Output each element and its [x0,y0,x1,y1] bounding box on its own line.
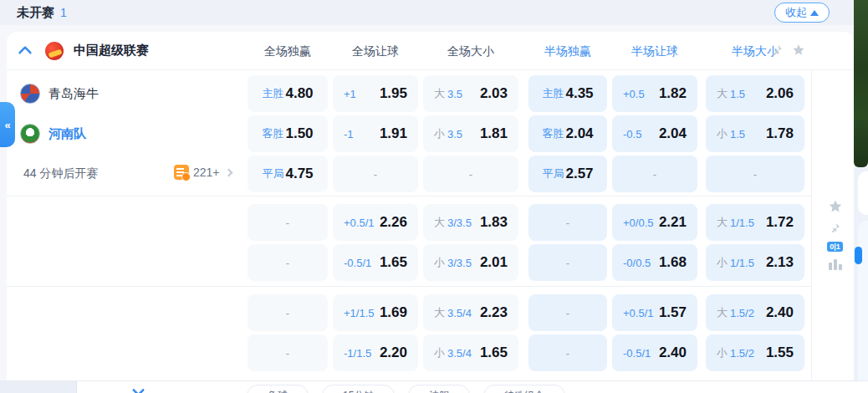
sidebar-collapse-tab[interactable]: « [0,102,15,147]
stats-chart-icon[interactable] [829,259,842,270]
league-name: 中国超级联赛 [74,43,149,59]
home-team-logo [20,84,40,104]
pin-icon[interactable] [770,43,784,57]
odds-cell-r3c1[interactable]: +0.5/12.26 [333,204,418,241]
odds-cell-r0c5[interactable]: 大1.52.06 [706,75,804,112]
odds-cell-r6c1[interactable]: -1/1.52.20 [333,334,418,371]
odds-cell-r0c2[interactable]: 大3.52.03 [423,75,518,112]
odds-cell-r1c0[interactable]: 客胜1.50 [248,115,328,152]
alt-odds-row: --0.5/11.65小3/3.52.01--0/0.51.68小1/1.52.… [7,242,811,283]
away-team-name[interactable]: 河南队 [49,126,86,142]
odds-cell-r4c4[interactable]: -0/0.51.68 [612,244,697,281]
odds-cell-r6c5[interactable]: 小1.5/21.55 [706,334,804,371]
odds-cell-r6c4[interactable]: -0.5/12.40 [612,334,697,371]
odds-cell-r1c1[interactable]: -11.91 [333,115,418,152]
away-team-logo [20,124,40,144]
column-header-0: 全场独赢 [248,44,328,59]
odds-cell-r0c4[interactable]: +0.51.82 [612,75,697,112]
column-header-3: 半场独赢 [528,44,607,59]
pitch-photo-edge [854,0,868,167]
odds-cell-r6c0: - [248,334,328,371]
odds-cell-r3c3: - [528,204,607,241]
status-filter-bar: 未开赛 1 [0,0,854,25]
odds-cell-r2c3[interactable]: 平局2.57 [528,156,607,192]
right-panel-edge [858,171,868,215]
bottom-left-panel [0,381,77,393]
market-tab-1[interactable]: 15分钟 [322,385,395,393]
chevron-down-icon[interactable] [134,385,146,393]
odds-cell-r5c1[interactable]: +1/1.51.69 [333,294,418,331]
odds-cell-r5c4[interactable]: +0.5/11.57 [612,294,697,331]
home-team-row: 青岛海牛 主胜4.80+11.95大3.52.03主胜4.35+0.51.82大… [7,74,811,114]
home-team-name: 青岛海牛 [49,86,99,102]
odds-cell-r0c3[interactable]: 主胜4.35 [528,75,607,112]
alt-odds-row: -+1/1.51.69大3.5/42.23-+0.5/11.57大1.5/22.… [7,293,811,333]
odds-cell-r4c2[interactable]: 小3/3.52.01 [423,244,518,281]
odds-cell-r2c0[interactable]: 平局4.75 [248,156,328,192]
market-tab-2[interactable]: 波胆 [408,385,470,393]
odds-cell-r6c3: - [528,334,607,371]
favorite-star-icon[interactable] [828,199,843,214]
league-header: 中国超级联赛 全场独赢全场让球全场大小半场独赢半场让球半场大小 [7,32,854,70]
header-divider [7,69,854,70]
odds-cell-r0c0[interactable]: 主胜4.80 [248,75,328,112]
odds-cell-r3c2[interactable]: 大3/3.51.83 [423,204,518,241]
odds-cell-r3c0: - [248,204,328,241]
odds-cell-r5c0: - [248,294,328,331]
league-logo [45,42,64,60]
column-header-2: 全场大小 [423,44,518,59]
right-blue-button-edge[interactable] [855,247,862,264]
away-team-row: 河南队 客胜1.50-11.91小3.51.81客胜2.04-0.52.04小1… [7,114,811,154]
market-tab-0[interactable]: 角球 [247,385,309,393]
odds-cell-r3c4[interactable]: +0/0.52.21 [612,204,697,241]
match-count: 1 [60,6,67,19]
odds-cell-r4c0: - [248,244,328,281]
odds-cell-r1c3[interactable]: 客胜2.04 [528,115,607,152]
odds-cell-r5c2[interactable]: 大3.5/42.23 [423,294,518,331]
column-header-1: 全场让球 [333,44,418,59]
odds-cell-r0c1[interactable]: +11.95 [333,75,418,112]
draw-row: 44 分钟后开赛 221+ 平局4.75--平局2.57-- [7,154,811,194]
row-group-divider [7,196,811,196]
star-icon[interactable] [792,43,805,57]
kickoff-countdown: 44 分钟后开赛 [23,166,98,181]
collapse-label: 收起 [785,5,807,20]
alt-odds-row: --1/1.52.20小3.5/41.65--0.5/12.40小1.5/21.… [7,333,811,373]
gutter-divider [811,70,812,380]
status-label: 未开赛 [17,5,54,21]
chevron-up-icon[interactable] [20,45,30,55]
collapse-button[interactable]: 收起 [774,3,830,23]
odds-cell-r2c4: - [612,156,697,192]
column-header-4: 半场让球 [612,44,697,59]
pin-match-icon[interactable] [829,222,841,234]
odds-cell-r2c5: - [706,156,804,192]
odds-cell-r1c5[interactable]: 小1.51.78 [706,115,804,152]
odds-cell-r5c3: - [528,294,607,331]
row-group-divider [7,286,811,287]
odds-cell-r4c5[interactable]: 小1/1.52.13 [706,244,804,281]
odds-cell-r2c2: - [423,156,518,192]
market-tab-3[interactable]: 特殊组合 [483,385,565,393]
odds-cell-r1c2[interactable]: 小3.51.81 [423,115,518,152]
odds-cell-r5c5[interactable]: 大1.5/22.40 [706,294,804,331]
more-markets-link[interactable]: 221+ [174,165,232,180]
odds-cell-r3c5[interactable]: 大1/1.51.72 [706,204,804,241]
score-toggle-badge[interactable]: 0|1 [827,242,843,252]
odds-cell-r4c3: - [528,244,607,281]
triangle-up-icon [810,10,819,16]
markets-count: 221+ [193,166,220,179]
alt-odds-row: -+0.5/12.26大3/3.51.83-+0/0.52.21大1/1.51.… [7,202,811,242]
market-tabs-bar: 角球15分钟波胆特殊组合 [0,380,868,393]
odds-cell-r4c1[interactable]: -0.5/11.65 [333,244,418,281]
league-odds-card: 中国超级联赛 全场独赢全场让球全场大小半场独赢半场让球半场大小 青岛海牛 主胜4… [7,32,854,380]
odds-cell-r6c2[interactable]: 小3.5/41.65 [423,334,518,371]
odds-cell-r1c4[interactable]: -0.52.04 [612,115,697,152]
odds-cell-r2c1: - [333,156,418,192]
chevron-right-icon [224,168,232,176]
double-chevron-left-icon: « [4,119,10,131]
markets-icon [174,165,189,180]
